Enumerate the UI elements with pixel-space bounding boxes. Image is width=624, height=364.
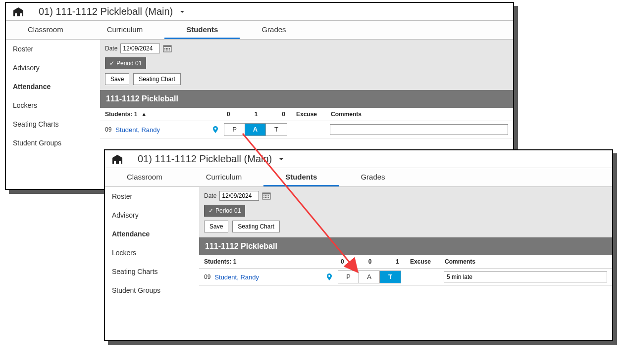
date-input[interactable] [120, 44, 160, 53]
period-label: Period 01 [116, 60, 142, 67]
comment-input[interactable] [444, 272, 607, 282]
sidebar-item-roster[interactable]: Roster [105, 187, 199, 206]
tardy-button[interactable]: T [266, 124, 287, 136]
svg-rect-18 [266, 197, 267, 198]
col-excuse: Excuse [410, 258, 445, 265]
attendance-toolbar: Date ✓Period 01 Save Seating Chart [100, 40, 513, 90]
date-input[interactable] [219, 191, 259, 201]
tab-classroom[interactable]: Classroom [105, 168, 184, 186]
sidebar-item-seating-charts[interactable]: Seating Charts [105, 262, 199, 281]
location-icon[interactable] [212, 126, 219, 133]
save-button[interactable]: Save [204, 221, 228, 232]
tardy-button[interactable]: T [380, 271, 401, 283]
sidebar-item-attendance[interactable]: Attendance [6, 77, 100, 96]
titlebar: 01) 111-1112 Pickleball (Main) [105, 150, 612, 168]
col-students[interactable]: Students: 1 ▲ [105, 111, 204, 118]
count-t: 0 [282, 111, 285, 118]
sidebar-item-lockers[interactable]: Lockers [6, 96, 100, 115]
present-button[interactable]: P [224, 124, 245, 136]
period-label: Period 01 [215, 207, 241, 214]
sidebar-item-advisory[interactable]: Advisory [6, 58, 100, 77]
attendance-toolbar: Date ✓Period 01 Save Seating Chart [199, 187, 612, 237]
sidebar: Roster Advisory Attendance Lockers Seati… [105, 187, 199, 300]
tab-grades[interactable]: Grades [339, 168, 407, 186]
students-count-label: Students: 1 [105, 111, 137, 118]
students-count-label: Students: 1 [204, 258, 236, 265]
svg-rect-19 [268, 197, 269, 198]
main-tabs: Classroom Curriculum Students Grades [6, 21, 513, 40]
svg-rect-11 [262, 193, 270, 194]
svg-rect-13 [265, 195, 266, 196]
svg-rect-7 [166, 49, 167, 50]
count-a: 0 [368, 258, 372, 265]
svg-rect-15 [268, 195, 269, 196]
col-comments: Comments [331, 111, 508, 118]
sidebar-item-student-groups[interactable]: Student Groups [105, 281, 199, 300]
sidebar-item-roster[interactable]: Roster [6, 40, 100, 58]
svg-rect-2 [164, 48, 165, 49]
present-button[interactable]: P [338, 271, 359, 283]
calendar-icon[interactable] [163, 45, 172, 52]
col-excuse: Excuse [296, 111, 331, 118]
count-t: 1 [396, 258, 399, 265]
sidebar-item-lockers[interactable]: Lockers [105, 243, 199, 262]
col-comments: Comments [445, 258, 607, 265]
check-icon: ✓ [109, 60, 114, 67]
tab-students[interactable]: Students [164, 20, 240, 39]
page-title: 01) 111-1112 Pickleball (Main) [39, 6, 173, 17]
svg-rect-8 [167, 49, 168, 50]
period-button[interactable]: ✓Period 01 [204, 205, 245, 217]
attendance-window-after: 01) 111-1112 Pickleball (Main) Classroom… [104, 149, 613, 341]
page-title: 01) 111-1112 Pickleball (Main) [138, 153, 272, 165]
date-label: Date [204, 192, 216, 199]
svg-rect-14 [266, 195, 267, 196]
svg-rect-9 [169, 49, 170, 50]
location-icon[interactable] [326, 273, 333, 280]
school-icon [111, 154, 124, 165]
attendance-toggle: P A T [224, 123, 287, 136]
count-p: 0 [341, 258, 344, 265]
count-p: 0 [227, 111, 230, 118]
student-link[interactable]: Student, Randy [214, 273, 259, 281]
calendar-icon[interactable] [262, 192, 271, 200]
sidebar-item-seating-charts[interactable]: Seating Charts [6, 115, 100, 134]
save-button[interactable]: Save [105, 73, 129, 85]
title-dropdown[interactable] [279, 157, 284, 162]
sidebar-item-student-groups[interactable]: Student Groups [6, 134, 100, 152]
student-link[interactable]: Student, Randy [115, 126, 160, 134]
period-button[interactable]: ✓Period 01 [105, 57, 146, 69]
svg-rect-16 [263, 197, 264, 198]
table-header: Students: 1 0 0 1 Excuse Comments [199, 255, 612, 269]
svg-rect-12 [263, 195, 264, 196]
title-dropdown[interactable] [180, 9, 185, 14]
absent-button[interactable]: A [359, 271, 380, 283]
tab-grades[interactable]: Grades [240, 20, 308, 39]
seat-number: 09 [105, 126, 111, 133]
tab-classroom[interactable]: Classroom [6, 20, 85, 39]
titlebar: 01) 111-1112 Pickleball (Main) [6, 3, 513, 21]
check-icon: ✓ [208, 207, 213, 214]
comment-input[interactable] [330, 124, 508, 135]
class-header: 111-1112 Pickleball [199, 237, 612, 255]
sidebar-item-advisory[interactable]: Advisory [105, 206, 199, 225]
svg-rect-4 [167, 48, 168, 49]
tab-students[interactable]: Students [263, 168, 339, 186]
sort-asc-icon: ▲ [141, 111, 147, 118]
class-header: 111-1112 Pickleball [100, 90, 513, 108]
svg-rect-6 [164, 49, 165, 50]
sidebar-item-attendance[interactable]: Attendance [105, 225, 199, 243]
seating-chart-button[interactable]: Seating Chart [232, 221, 279, 232]
attendance-toggle: P A T [338, 271, 401, 283]
tab-curriculum[interactable]: Curriculum [85, 20, 165, 39]
svg-rect-1 [163, 46, 171, 47]
table-header: Students: 1 ▲ 0 1 0 Excuse Comments [100, 108, 513, 121]
col-students[interactable]: Students: 1 [204, 258, 318, 265]
seat-number: 09 [204, 273, 210, 280]
svg-rect-3 [166, 48, 167, 49]
table-row: 09 Student, Randy P A T [100, 121, 513, 138]
school-icon [12, 6, 25, 17]
svg-rect-17 [265, 197, 266, 198]
absent-button[interactable]: A [245, 124, 266, 136]
seating-chart-button[interactable]: Seating Chart [133, 73, 180, 85]
tab-curriculum[interactable]: Curriculum [184, 168, 264, 186]
